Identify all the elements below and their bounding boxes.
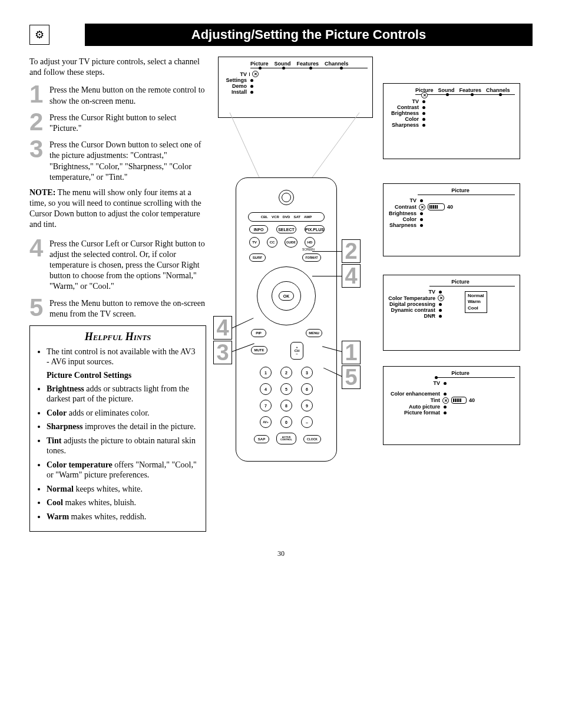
hint-item: Warm makes whites, reddish. [47,512,200,522]
mode-strip: CBL VCR DVD SAT AMP [248,212,325,222]
tv-button: TV [249,237,260,248]
ok-button: OK [279,291,294,301]
pip-button: PIP [251,329,266,337]
keypad-0: 0 [280,416,292,428]
mute-button: MUTE [251,346,267,354]
surf-button: SURF [249,253,266,262]
keypad-8: 8 [280,400,292,411]
active-control-button: ACTIVECONTROL [276,433,296,444]
step-2: 2 Press the Cursor Right button to selec… [29,111,206,134]
menu-diagram-1: Picture Sound Features Channels TV Contr… [383,83,520,159]
intro-text: To adjust your TV picture controls, sele… [29,57,206,78]
callout-3: 3 [213,341,232,364]
selection-marker-icon [421,92,428,98]
keypad-3: 3 [301,367,313,378]
selection-marker-icon [419,204,425,210]
page-number: 30 [29,549,533,558]
callout-4: 4 [342,264,361,288]
callout-5: 5 [342,365,361,389]
hint-item: Sharpness improves the detail in the pic… [47,421,200,432]
selection-marker-icon [438,295,444,301]
svg-line-0 [230,113,259,177]
pixplus-button: PIX.PLUS [305,225,325,233]
step-5: 5 Press the Menu button to remove the on… [29,297,206,319]
helpful-hints-box: Helpful Hints The tint control is not av… [29,325,206,532]
slider-icon [451,397,467,404]
slider-icon [428,203,445,210]
step-number: 2 [29,111,49,134]
step-text: Press the Menu button to remove the on-s… [49,297,206,319]
dash-button: – [301,416,313,428]
step-number: 1 [29,84,49,106]
callout-4b: 4 [213,316,232,340]
guide-button: GUIDE [285,237,297,248]
menu-diagram-3: Picture TV Color Temperature Digital pro… [383,275,520,351]
menu-diagram-top: Picture Sound Features Channels TV Setti… [218,57,373,118]
menu-diagram-2: Picture TV Contrast 40 Brightness Color … [383,183,520,256]
callout-2: 2 [342,239,361,263]
diagram-column: Picture Sound Features Channels TV Setti… [218,57,533,532]
options-box: Normal Warm Cool [465,291,487,313]
hint-item: Normal keeps whites, white. [47,484,200,495]
hint-item: Color adds or eliminates color. [47,408,200,419]
cc-button: CC [267,237,277,248]
selection-marker-icon [442,397,449,404]
clock-button: CLOCK [303,435,321,443]
keypad-9: 9 [301,400,313,411]
keypad-1: 1 [260,367,272,378]
ch-button: +CH− [290,342,303,360]
instructions-column: To adjust your TV picture controls, sele… [29,57,206,532]
step-text: Press the Cursor Left or Cursor Right bu… [49,238,206,292]
keypad-4: 4 [260,383,272,395]
note: NOTE: The menu will show only four items… [29,187,206,230]
step-text: Press the Menu button on the remote cont… [49,84,206,106]
step-number: 3 [29,139,49,183]
callout-line [312,251,342,252]
hints-title: Helpful Hints [36,331,200,343]
avplus-button: AV+ [260,416,272,428]
menu-diagram-4: Picture TV Color enhancement Tint 40 Aut… [383,366,520,445]
hint-item: Color temperature offers "Normal," "Cool… [47,460,200,480]
step-3: 3 Press the Cursor Down button to select… [29,139,206,183]
step-number: 5 [29,297,49,319]
keypad-2: 2 [280,367,292,378]
menu-button: MENU [306,329,322,337]
info-button: INFO [249,225,268,233]
format-button: FORMAT [302,253,321,262]
beam-lines [218,113,371,180]
keypad-7: 7 [260,400,272,411]
keypad-5: 5 [280,383,292,395]
sap-button: SAP [254,435,269,443]
step-number: 4 [29,238,49,292]
step-text: Press the Cursor Down button to select o… [49,139,206,183]
section-icon: ⚙ [29,25,49,45]
selection-marker-icon [252,71,259,77]
callout-1: 1 [342,341,361,364]
step-4: 4 Press the Cursor Left or Cursor Right … [29,238,206,292]
power-button-icon [279,190,294,205]
svg-line-1 [312,113,359,177]
hint-item: The tint control is not available with t… [47,347,200,367]
step-1: 1 Press the Menu button on the remote co… [29,84,206,106]
hint-item: Cool makes whites, bluish. [47,498,200,508]
step-text: Press the Cursor Right button to select … [49,111,206,134]
keypad-6: 6 [301,383,313,395]
hd-button: HD [305,237,315,248]
page-title: Adjusting/Setting the Picture Controls [85,24,533,46]
hint-item: Brightness adds or subtracts light from … [47,384,200,404]
callout-line [312,276,342,276]
hint-item: Tint adjusts the picture to obtain natur… [47,436,200,456]
hints-subheading: Picture Control Settings [47,371,200,380]
select-button: SELECT [276,225,296,233]
